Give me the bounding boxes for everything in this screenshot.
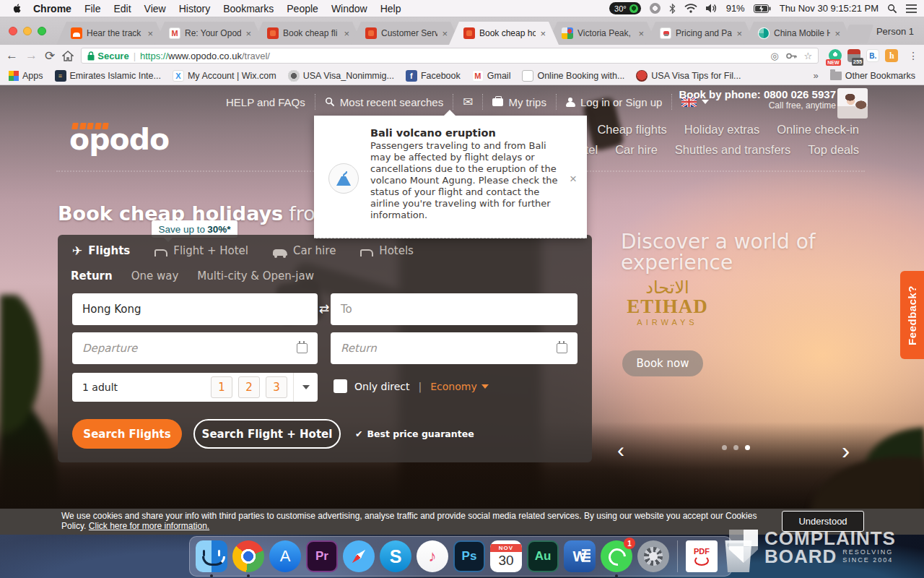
forward-button[interactable]: → xyxy=(25,48,38,63)
back-button[interactable]: ← xyxy=(6,48,18,63)
tab-close-icon[interactable]: × xyxy=(540,28,546,39)
pax-dropdown-chevron[interactable] xyxy=(293,373,318,402)
search-flights-button[interactable]: Search Flights xyxy=(72,419,182,449)
bookmark-facebook[interactable]: fFacebook xyxy=(406,70,461,82)
chrome-dock-icon[interactable] xyxy=(232,540,264,572)
whatsapp-dock-icon[interactable]: 1 xyxy=(601,540,632,572)
tab-opodo-customer-service[interactable]: Customer Serv× xyxy=(351,22,461,45)
search-flight-hotel-button[interactable]: Search Flight + Hotel xyxy=(193,419,341,449)
menu-history[interactable]: History xyxy=(179,3,211,14)
tab-close-icon[interactable]: × xyxy=(442,28,448,39)
menu-window[interactable]: Window xyxy=(331,3,367,14)
creative-cloud-icon[interactable] xyxy=(650,3,661,14)
system-preferences-dock-icon[interactable] xyxy=(637,540,669,572)
notification-center-icon[interactable] xyxy=(906,4,917,13)
carousel-prev-icon[interactable]: ‹ xyxy=(617,438,624,462)
trip-return[interactable]: Return xyxy=(71,269,113,282)
menu-people[interactable]: People xyxy=(287,3,318,14)
profile-name[interactable]: Person 1 xyxy=(876,26,914,37)
tab-close-icon[interactable]: × xyxy=(344,28,349,39)
tab-close-icon[interactable]: × xyxy=(245,28,251,39)
form-tab-hotels[interactable]: Hotels xyxy=(360,244,414,257)
skype-dock-icon[interactable]: S xyxy=(380,540,411,572)
extension-blocker-icon[interactable]: 255 xyxy=(847,49,860,62)
bookmark-gmail[interactable]: MGmail xyxy=(472,70,511,82)
chrome-menu-icon[interactable]: ⋮ xyxy=(908,50,918,61)
only-direct-checkbox[interactable] xyxy=(334,379,347,393)
extension-new-icon[interactable]: NEW xyxy=(829,49,842,62)
volume-icon[interactable] xyxy=(706,4,718,13)
phone-number[interactable]: Book by phone: 0800 026 5937 xyxy=(679,88,836,100)
form-tab-car-hire[interactable]: Car hire xyxy=(273,244,336,257)
my-trips-link[interactable]: My trips xyxy=(483,96,556,108)
finder-dock-icon[interactable] xyxy=(196,540,227,572)
spotlight-search-icon[interactable] xyxy=(887,4,897,14)
nav-online-checkin[interactable]: Online check-in xyxy=(777,123,859,137)
carousel-next-icon[interactable]: › xyxy=(842,436,850,465)
carousel-dot[interactable] xyxy=(733,445,738,450)
bookmarks-overflow-icon[interactable]: » xyxy=(814,70,819,81)
book-now-button[interactable]: Book now xyxy=(622,350,703,376)
extension-b-icon[interactable]: B. xyxy=(866,49,879,62)
bookmark-emirates-islamic[interactable]: ≡Emirates Islamic Inte... xyxy=(55,70,161,82)
tab-close-icon[interactable]: × xyxy=(736,28,742,39)
address-bar[interactable]: Secure | https://www.opodo.co.uk/travel/… xyxy=(81,48,819,64)
feedback-tab[interactable]: Feedback? xyxy=(900,271,924,359)
destination-input[interactable]: To xyxy=(331,293,578,325)
send-to-device-icon[interactable]: ◎ xyxy=(770,51,778,61)
help-faqs-link[interactable]: HELP and FAQs xyxy=(217,96,315,108)
form-tab-flight-hotel[interactable]: Flight + Hotel xyxy=(154,244,248,257)
window-minimize-button[interactable] xyxy=(23,27,32,35)
popup-close-icon[interactable]: × xyxy=(570,172,577,186)
messages-link[interactable]: ✉ xyxy=(453,95,482,110)
nav-shuttles[interactable]: Shuttles and transfers xyxy=(675,143,791,157)
url-text[interactable]: https://www.opodo.co.uk/travel/ xyxy=(140,51,766,61)
trip-multi-city[interactable]: Multi-city & Open-jaw xyxy=(197,269,314,282)
login-link[interactable]: Log in or Sign up xyxy=(557,96,671,108)
tab-china-mobile[interactable]: China Mobile H× xyxy=(744,22,853,45)
calendar-dock-icon[interactable]: NOV30 xyxy=(490,540,522,572)
nav-cheap-flights[interactable]: Cheap flights xyxy=(597,123,666,137)
menu-app-name[interactable]: Chrome xyxy=(33,3,71,14)
opodo-logo[interactable]: opodo xyxy=(69,123,169,154)
bookmark-usa-visa[interactable]: USA Visa_Nonimmig... xyxy=(288,70,394,82)
menu-clock[interactable]: Thu Nov 30 9:15:21 PM xyxy=(780,3,879,14)
menu-help[interactable]: Help xyxy=(380,3,401,14)
nav-top-deals[interactable]: Top deals xyxy=(808,143,859,157)
menu-file[interactable]: File xyxy=(84,3,101,14)
audition-dock-icon[interactable]: Au xyxy=(527,540,559,572)
swap-direction-icon[interactable]: ⇄ xyxy=(319,301,329,316)
tab-opodo-flights[interactable]: Book cheap fli× xyxy=(253,22,362,45)
pax-quick-1[interactable]: 1 xyxy=(211,376,232,398)
password-key-icon[interactable] xyxy=(786,53,797,59)
photoshop-dock-icon[interactable]: Ps xyxy=(453,540,485,572)
cabin-class-selector[interactable]: Economy xyxy=(430,381,488,392)
carousel-dot[interactable] xyxy=(722,445,727,450)
tab-pricing[interactable]: Pricing and Pa× xyxy=(645,22,755,45)
menu-bookmarks[interactable]: Bookmarks xyxy=(223,3,274,14)
tab-gmail-message[interactable]: MRe: Your Opod× xyxy=(154,22,264,45)
passengers-selector[interactable]: 1 adult 1 2 3 xyxy=(72,373,318,402)
secure-lock-icon[interactable]: Secure xyxy=(87,51,128,61)
weather-widget[interactable]: 30° xyxy=(609,2,641,14)
apple-menu-icon[interactable] xyxy=(12,3,23,14)
tab-google-maps[interactable]: Victoria Peak,× xyxy=(547,22,657,45)
nav-car-hire[interactable]: Car hire xyxy=(615,143,658,157)
bookmark-online-booking[interactable]: Online Booking with... xyxy=(522,70,624,82)
origin-input[interactable]: Hong Kong xyxy=(72,293,318,325)
app-store-dock-icon[interactable]: A xyxy=(269,540,301,572)
departure-date-input[interactable]: Departure xyxy=(72,332,318,364)
bluetooth-icon[interactable] xyxy=(669,4,676,14)
recent-searches-link[interactable]: Most recent searches xyxy=(315,96,453,108)
bookmark-wix[interactable]: XMy Account | Wix.com xyxy=(173,70,276,82)
menu-view[interactable]: View xyxy=(144,3,166,14)
window-close-button[interactable] xyxy=(9,27,17,35)
extension-honey-icon[interactable]: h xyxy=(885,49,898,62)
wifi-icon[interactable] xyxy=(684,4,697,13)
itunes-dock-icon[interactable]: ♪ xyxy=(417,540,448,572)
word-dock-icon[interactable]: W xyxy=(564,540,596,572)
apps-shortcut[interactable]: Apps xyxy=(9,71,43,81)
tab-close-icon[interactable]: × xyxy=(638,28,644,39)
new-tab-button[interactable] xyxy=(843,25,873,43)
pax-quick-3[interactable]: 3 xyxy=(266,376,287,398)
